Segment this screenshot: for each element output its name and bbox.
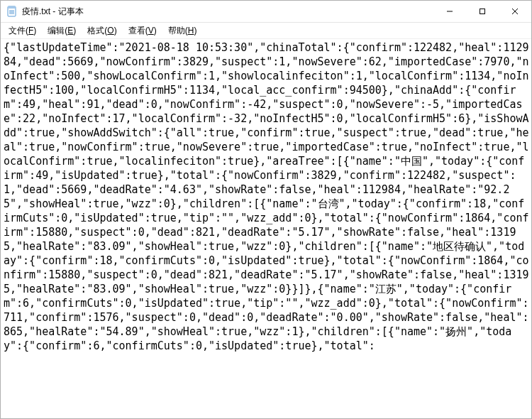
text-content[interactable]: {"lastUpdateTime":"2021-08-18 10:53:30",… bbox=[1, 39, 531, 418]
minimize-button[interactable] bbox=[433, 1, 466, 22]
notepad-window: 疫情.txt - 记事本 文件(F) 编辑(E) 格式(O) 查看(V) 帮助(… bbox=[0, 0, 532, 419]
window-title: 疫情.txt - 记事本 bbox=[22, 6, 84, 18]
titlebar: 疫情.txt - 记事本 bbox=[1, 1, 531, 23]
notepad-icon bbox=[6, 6, 18, 17]
menu-file[interactable]: 文件(F) bbox=[4, 23, 41, 38]
close-icon bbox=[511, 8, 519, 15]
menu-file-label: 文件(F) bbox=[9, 26, 36, 36]
maximize-icon bbox=[479, 8, 486, 15]
svg-rect-1 bbox=[8, 6, 16, 9]
svg-rect-6 bbox=[480, 9, 485, 14]
menu-edit[interactable]: 编辑(E) bbox=[43, 23, 81, 38]
menu-view[interactable]: 查看(V) bbox=[123, 23, 162, 38]
menubar: 文件(F) 编辑(E) 格式(O) 查看(V) 帮助(H) bbox=[1, 23, 531, 39]
titlebar-left: 疫情.txt - 记事本 bbox=[1, 6, 84, 18]
menu-format[interactable]: 格式(O) bbox=[82, 23, 121, 38]
menu-format-label: 格式(O) bbox=[87, 26, 116, 36]
menu-edit-label: 编辑(E) bbox=[48, 26, 76, 36]
close-button[interactable] bbox=[499, 1, 531, 22]
maximize-button[interactable] bbox=[466, 1, 499, 22]
window-controls bbox=[433, 1, 531, 22]
menu-view-label: 查看(V) bbox=[128, 26, 157, 36]
menu-help[interactable]: 帮助(H) bbox=[163, 23, 202, 38]
menu-help-label: 帮助(H) bbox=[168, 26, 197, 36]
minimize-icon bbox=[446, 8, 453, 15]
content-area: {"lastUpdateTime":"2021-08-18 10:53:30",… bbox=[1, 39, 531, 418]
